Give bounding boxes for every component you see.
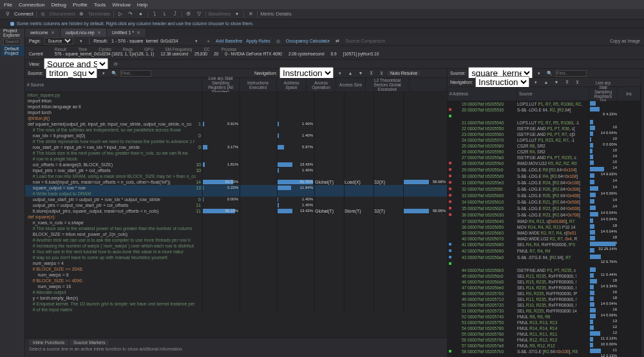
asm-line[interactable]: 23 00007faf b5205560ISETP.GE.AND P0, PT,… [448, 131, 641, 137]
asm-line[interactable]: 46 00007faf b52056d0SEL R15, R235, RxFFR… [448, 279, 641, 285]
search-icon[interactable]: 🔍 [110, 70, 118, 77]
close-icon[interactable]: ✕ [97, 30, 101, 35]
source-line[interactable]: output_ptrs = output_row_start_ptr + col… [25, 202, 447, 208]
terminate-button[interactable]: Terminate [88, 11, 110, 17]
asm-line[interactable]: 37 00007faf b5205640IMAD R4, R13, c[0x01… [448, 218, 641, 224]
project-item[interactable]: Default Project [1, 46, 24, 56]
project-search-input[interactable] [3, 39, 21, 45]
asm-line[interactable]: 28 00007faf b52055b0IMAD.MOV.U32 R5, RZ,… [448, 160, 641, 167]
asm-line[interactable]: 56 00007faf b5205798FMUL R12, R12, R1210… [448, 337, 641, 343]
asm-line[interactable]: 29 00007faf b52055c0S-8& -LDG.E R8 [R2.6… [448, 167, 641, 173]
menu-debug[interactable]: Debug [51, 2, 66, 8]
source-line[interactable]: # of the input matrix [25, 307, 447, 313]
asm-line[interactable]: 20 00007faf b5205530S-8& -LDG.E 64, R2, … [448, 107, 641, 120]
source-line[interactable]: n_rows, n_cols = x.shape [25, 220, 447, 226]
asm-line[interactable]: 48 00007faf b5205700SEL R9, R235, RxFFR0… [448, 291, 641, 296]
source-line[interactable]: output_row_start_ptr = output_ptr + row_… [25, 197, 447, 202]
close-icon[interactable]: ✕ [137, 30, 140, 35]
copy-image-button[interactable]: Copy as Image [610, 39, 640, 43]
step-into-icon[interactable]: ⤹ [161, 10, 169, 18]
find-input[interactable] [120, 70, 151, 77]
source-line[interactable]: def square(x): [25, 214, 447, 220]
editor-tab[interactable]: output.ncu-rep✕ [61, 28, 107, 37]
source-line[interactable]: # Another trick we can use is to ask the… [25, 237, 447, 243]
source-line[interactable]: num_warps = 4 [25, 260, 447, 266]
source-line[interactable]: num_warps = 8 [25, 272, 447, 278]
source-line[interactable]: # increasing the number of warps (`num_w… [25, 243, 447, 249]
plus-icon[interactable]: ＋ [204, 37, 212, 45]
source-line[interactable]: # Write back output to DRAM [25, 191, 447, 197]
apply-rules-button[interactable]: Apply Rules [246, 39, 270, 43]
asm-line[interactable]: 38 00007faf b5205650MOV R14, R4, R2, R13… [448, 224, 641, 230]
dropdown-icon[interactable]: ▾ [100, 70, 108, 77]
source-line[interactable]: # way so you don't have to come up with … [25, 255, 447, 260]
source-line[interactable]: y = torch.empty_like(x) [25, 295, 447, 301]
occupancy-button[interactable]: Occupancy Calculator [286, 39, 330, 43]
asm-line[interactable]: 49 00007faf b5205710SEL R11, R235, RxFFR… [448, 296, 641, 302]
dropdown-icon[interactable]: ▾ [535, 70, 543, 77]
source-line[interactable]: row_idx = tl.program_id(0)01.40% [25, 133, 447, 139]
menu-tools[interactable]: Tools [94, 2, 106, 8]
source-line[interactable]: # The block size is the next power of tw… [25, 150, 447, 156]
source-line[interactable]: # The block size is the smallest power o… [25, 226, 447, 231]
asm-line[interactable]: 24 00007faf b5205570LOP3.LUT P3, R23, R2… [448, 137, 641, 143]
source-line[interactable]: # The rows of the softmax are independen… [25, 127, 447, 133]
chevron-down-icon[interactable]: ▾ [77, 37, 85, 45]
source-line[interactable]: square_output = row * row130.23%11.94% [25, 185, 447, 191]
asm-line[interactable]: 41 00007faf b5205680SEL R4, R4, RxFFR000… [448, 242, 641, 248]
compare-icon[interactable]: ⇄ [334, 37, 341, 45]
last-icon[interactable]: ⊻ [377, 70, 385, 77]
source-line[interactable]: import triton.language as tl [25, 104, 447, 110]
menu-file[interactable]: File [4, 2, 12, 8]
asm-line[interactable]: 21 00007faf b5205540LOP3.LUT P2, R7, R5,… [448, 120, 641, 126]
baselines-button[interactable]: Baselines [209, 11, 231, 17]
close-icon[interactable]: ✕ [51, 30, 55, 35]
menu-window[interactable]: Window [112, 2, 130, 8]
asm-body[interactable]: 19 00007faf b5205520LOP3.LUT P1, R7, R5,… [448, 101, 641, 357]
source-line[interactable]: def square_kernel(output_ptr, input_ptr,… [25, 121, 447, 127]
asm-line[interactable]: 26 00007faf b5205590CS2R R4, SR214 [448, 149, 641, 155]
asm-line[interactable]: 52 00007faf b5205740FMUL R8, R8, R813 [448, 314, 641, 320]
asm-line[interactable]: 36 00007faf b5205630S-8& -LDG.E R23, [R2… [448, 212, 641, 218]
source-line[interactable]: row = tl.load(input_ptrs, mask=col_offse… [25, 179, 447, 185]
prev-icon[interactable]: ▲ [346, 70, 354, 77]
asm-line[interactable]: 55 00007faf b5205788FMUL R11, R11, R1111… [448, 331, 641, 337]
next-icon[interactable]: ▼ [357, 70, 365, 77]
source-line[interactable]: # The stride represents how much we need… [25, 139, 447, 144]
source-line[interactable]: BLOCK_SIZE = triton.next_power_of_2(n_co… [25, 231, 447, 237]
first-icon[interactable]: ⊼ [563, 79, 571, 86]
chevron-down-icon[interactable]: ▾ [532, 79, 540, 86]
source-line[interactable]: input_ptrs = row_start_ptr + col_offsets… [25, 168, 447, 173]
source-line[interactable]: triton_square.py [25, 92, 447, 98]
next-icon[interactable]: ▼ [553, 79, 560, 86]
asm-line[interactable]: 53 00007faf b5205750FMUL R13, R13, R1312 [448, 320, 641, 325]
asm-line[interactable]: 25 00007faf b5205580CS2R R8, SR210 [448, 143, 641, 149]
asm-line[interactable]: 58 00007faf b52057b0S-8& -STG.E [R2.64=0… [448, 349, 641, 355]
asm-line[interactable]: 34 00007faf b5205610S-8& -LDG.E R21, [R2… [448, 199, 641, 206]
asm-line[interactable]: 30 00007faf b52055d0S-8& -LDG.E R4, [R2.… [448, 173, 641, 180]
last-icon[interactable]: ⊻ [573, 79, 581, 86]
source-line[interactable]: if BLOCK_SIZE >= 2048: [25, 266, 447, 272]
asm-line[interactable]: 51 00007faf b5205730SEL R8, R235, RxFFR0… [448, 308, 641, 314]
metric-details-button[interactable]: Metric Details [260, 11, 291, 17]
source-line[interactable]: tl.store(output_ptrs, square_output, mas… [25, 208, 447, 214]
source-line[interactable]: # Enqueue kernel. The 1D launch grid is … [25, 301, 447, 307]
add-baseline-button[interactable]: Add Baseline [216, 39, 242, 43]
source-line[interactable]: import triton [25, 98, 447, 104]
filter-icon[interactable]: ▽ [195, 10, 203, 18]
disconnect-button[interactable]: Disconnect [50, 11, 75, 17]
dot-icon[interactable]: ● [137, 10, 145, 18]
search-icon[interactable]: 🔍 [545, 70, 553, 77]
asm-line[interactable]: 31 00007faf b52055e0S-8& -LDG.E R24, [R2… [448, 180, 641, 186]
source-line[interactable]: # row in a single block [25, 156, 447, 162]
footer-tab-markers[interactable]: Source Markers [70, 340, 109, 345]
play-icon[interactable]: ▷ [117, 10, 124, 18]
source-line[interactable]: if BLOCK_SIZE >= 4096: [25, 278, 447, 284]
menu-help[interactable]: Help [137, 2, 147, 8]
menu-connection[interactable]: Connection [19, 2, 44, 8]
source-line[interactable]: col_offsets = tl.arange(0, BLOCK_SIZE)10… [25, 162, 447, 168]
asm-line[interactable]: 32 00007faf b52055f0S-8& -LDG.E R26, [R2… [448, 186, 641, 193]
editor-tab[interactable]: Untitled 1 *✕ [107, 28, 146, 37]
asm-line[interactable]: 40 00007faf b5205670IMAD.WIDE.U32 R2, R7… [448, 236, 641, 242]
asm-find-input[interactable] [556, 70, 587, 77]
